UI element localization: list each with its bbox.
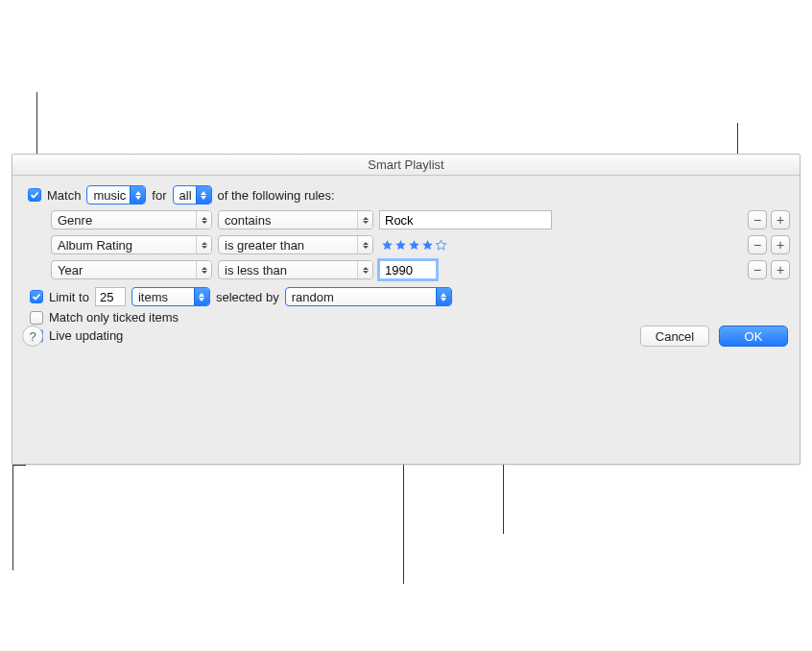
add-rule-button[interactable]: + bbox=[771, 260, 790, 279]
remove-rule-button[interactable]: − bbox=[748, 260, 767, 279]
match-ticked-label: Match only ticked items bbox=[49, 310, 179, 325]
chevron-updown-icon bbox=[130, 186, 145, 204]
ok-button[interactable]: OK bbox=[719, 326, 788, 347]
rule-value-input[interactable] bbox=[379, 260, 437, 279]
chevron-updown-icon bbox=[357, 236, 372, 253]
plus-icon: + bbox=[776, 237, 784, 253]
chevron-updown-icon bbox=[196, 186, 211, 204]
star-filled-icon bbox=[394, 239, 407, 252]
for-label: for bbox=[152, 188, 166, 203]
minus-icon: − bbox=[753, 237, 761, 253]
chevron-updown-icon bbox=[196, 236, 211, 253]
rule-value-input[interactable] bbox=[379, 210, 552, 229]
chevron-updown-icon bbox=[194, 288, 209, 305]
chevron-updown-icon bbox=[357, 211, 372, 229]
remove-rule-button[interactable]: − bbox=[748, 235, 767, 254]
add-rule-button[interactable]: + bbox=[771, 210, 790, 229]
rule-row: Year is less than − + bbox=[51, 260, 790, 279]
rule-operator-select[interactable]: contains bbox=[218, 210, 373, 229]
plus-icon: + bbox=[776, 212, 784, 228]
live-updating-label: Live updating bbox=[49, 328, 123, 343]
add-rule-button[interactable]: + bbox=[771, 235, 790, 254]
limit-label: Limit to bbox=[49, 290, 89, 304]
chevron-updown-icon bbox=[436, 288, 451, 305]
limit-checkbox[interactable] bbox=[30, 290, 43, 303]
star-filled-icon bbox=[408, 239, 420, 252]
chevron-updown-icon bbox=[196, 261, 211, 278]
match-row: Match music for all of the following rul… bbox=[28, 185, 790, 205]
rule-operator-select[interactable]: is greater than bbox=[218, 235, 373, 254]
limit-count-input[interactable] bbox=[95, 287, 126, 306]
callout-line bbox=[12, 465, 13, 570]
rating-stars[interactable] bbox=[379, 239, 447, 252]
rules-list: Genre contains − + Album Rating bbox=[51, 210, 790, 279]
rule-field-select[interactable]: Year bbox=[51, 260, 212, 279]
match-ticked-checkbox[interactable] bbox=[30, 311, 43, 325]
plus-icon: + bbox=[776, 262, 784, 277]
match-ticked-row: Match only ticked items bbox=[30, 310, 790, 325]
star-empty-icon bbox=[435, 239, 447, 252]
rule-operator-select[interactable]: is less than bbox=[218, 260, 373, 279]
limit-unit-select[interactable]: items bbox=[131, 287, 210, 306]
help-button[interactable]: ? bbox=[22, 326, 43, 347]
match-label: Match bbox=[47, 188, 81, 203]
star-filled-icon bbox=[421, 239, 434, 252]
smart-playlist-sheet: Smart Playlist Match music for all of th… bbox=[12, 154, 800, 465]
match-checkbox[interactable] bbox=[28, 188, 41, 202]
rule-row: Genre contains − + bbox=[51, 210, 790, 229]
question-icon: ? bbox=[29, 329, 36, 344]
callout-line bbox=[12, 465, 26, 466]
minus-icon: − bbox=[753, 262, 761, 277]
limit-row: Limit to items selected by random bbox=[30, 287, 790, 306]
star-filled-icon bbox=[381, 239, 394, 252]
selected-by-label: selected by bbox=[216, 290, 279, 304]
rule-row: Album Rating is greater than − + bbox=[51, 235, 790, 254]
minus-icon: − bbox=[753, 212, 761, 228]
chevron-updown-icon bbox=[357, 261, 372, 278]
selected-by-select[interactable]: random bbox=[285, 287, 452, 306]
rule-field-select[interactable]: Genre bbox=[51, 210, 212, 229]
rules-label: of the following rules: bbox=[218, 188, 335, 203]
rule-field-select[interactable]: Album Rating bbox=[51, 235, 212, 254]
chevron-updown-icon bbox=[196, 211, 211, 229]
remove-rule-button[interactable]: − bbox=[748, 210, 767, 229]
cancel-button[interactable]: Cancel bbox=[640, 326, 709, 347]
window-title: Smart Playlist bbox=[12, 155, 800, 176]
any-all-select[interactable]: all bbox=[173, 185, 212, 205]
media-type-select[interactable]: music bbox=[86, 185, 146, 205]
